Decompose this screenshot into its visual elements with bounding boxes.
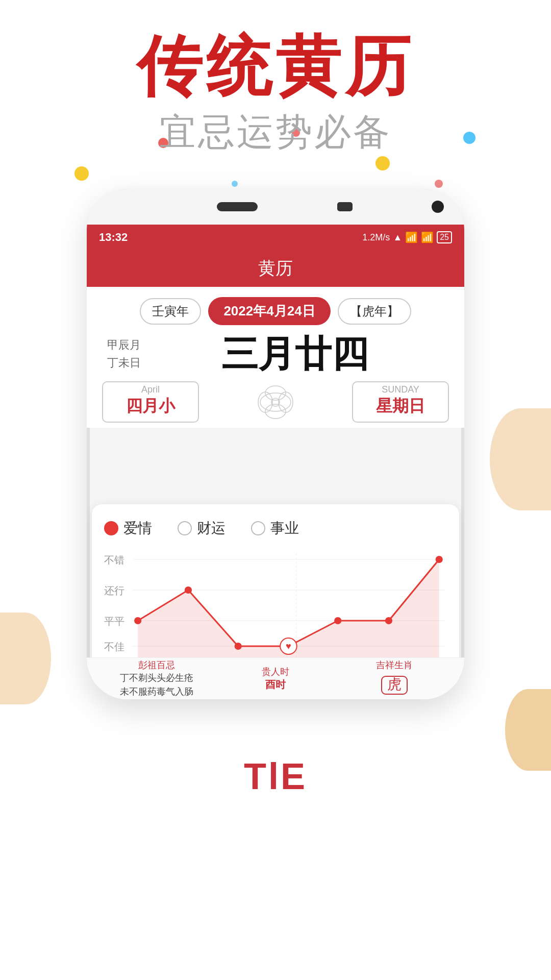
tab-dot-wealth xyxy=(178,521,192,535)
pengzu-text1: 丁不剃头头必生疮 xyxy=(97,671,216,685)
battery-indicator: 25 xyxy=(437,231,452,243)
tab-career[interactable]: 事业 xyxy=(251,519,299,538)
tab-wealth[interactable]: 财运 xyxy=(178,519,226,538)
app-header: 黄历 xyxy=(87,250,464,287)
deco-peach-left xyxy=(0,612,51,704)
tab-career-label: 事业 xyxy=(270,519,299,538)
svg-text:不错: 不错 xyxy=(104,554,124,566)
tab-love[interactable]: 爱情 xyxy=(104,519,152,538)
wifi-icon: 📶 xyxy=(421,231,434,243)
year-stem-tag: 壬寅年 xyxy=(140,298,201,325)
hero-title: 传统黄历 xyxy=(0,31,551,103)
hero-subtitle: 宜忌运势必备 xyxy=(0,108,551,157)
svg-point-3 xyxy=(375,156,390,170)
lunar-row: 甲辰月 丁未日 三月廿四 xyxy=(102,332,449,375)
lunar-month: 甲辰月 xyxy=(107,336,141,354)
phone-camera xyxy=(432,201,444,213)
svg-point-8 xyxy=(260,393,291,411)
fortune-tabs: 爱情 财运 事业 xyxy=(104,519,447,538)
col-guiren: 贵人时 酉时 xyxy=(216,666,335,692)
zodiac-tag: 【虎年】 xyxy=(338,298,411,325)
lunar-big: 三月廿四 xyxy=(141,335,449,372)
hero-section: 传统黄历 宜忌运势必备 xyxy=(0,31,551,157)
svg-text:虎: 虎 xyxy=(387,676,402,692)
phone-sensor xyxy=(337,202,353,211)
svg-point-27 xyxy=(185,586,192,594)
pengzu-text2: 未不服药毒气入肠 xyxy=(97,685,216,699)
bottom-section: TlE xyxy=(0,755,551,797)
lunar-day-stem: 丁未日 xyxy=(107,354,141,372)
month-box: April 四月小 xyxy=(102,381,199,423)
guiren-value: 酉时 xyxy=(216,678,335,692)
zodiac-label: 吉祥生肖 xyxy=(335,659,454,671)
date-row: 壬寅年 2022年4月24日 【虎年】 xyxy=(102,297,449,325)
calendar-area: 壬寅年 2022年4月24日 【虎年】 甲辰月 丁未日 三月廿四 April 四… xyxy=(87,287,464,428)
svg-point-5 xyxy=(435,180,443,188)
svg-text:♥: ♥ xyxy=(286,641,291,651)
col-pengzu: 彭祖百忌 丁不剃头头必生疮 未不服药毒气入肠 xyxy=(97,659,216,699)
svg-point-33 xyxy=(436,556,443,563)
svg-text:不佳: 不佳 xyxy=(104,641,124,652)
col-zodiac: 吉祥生肖 虎 xyxy=(335,659,454,699)
signal-bars: 📶 xyxy=(405,231,418,243)
weekday-box: SUNDAY 星期日 xyxy=(352,381,449,423)
svg-point-31 xyxy=(334,617,341,624)
pengzu-label: 彭祖百忌 xyxy=(97,659,216,671)
app-header-title: 黄历 xyxy=(258,257,293,280)
tab-dot-love xyxy=(104,521,118,535)
svg-text:平平: 平平 xyxy=(104,616,124,627)
bottom-app-label: TlE xyxy=(0,755,551,797)
guiren-label: 贵人时 xyxy=(216,666,335,678)
month-box-top: April xyxy=(110,384,191,395)
phone-speaker xyxy=(217,202,258,211)
lunar-sub: 甲辰月 丁未日 xyxy=(102,336,141,372)
network-speed: 1.2M/s xyxy=(362,232,390,243)
tab-dot-career xyxy=(251,521,265,535)
svg-point-28 xyxy=(235,643,242,650)
weekday-bottom: 星期日 xyxy=(360,395,441,418)
status-bar: 13:32 1.2M/s ▲ 📶 📶 25 xyxy=(87,225,464,250)
tab-love-label: 爱情 xyxy=(123,519,152,538)
signal-icon: ▲ xyxy=(393,232,402,243)
status-right: 1.2M/s ▲ 📶 📶 25 xyxy=(362,231,452,243)
svg-point-7 xyxy=(232,181,238,187)
phone-notch-bar xyxy=(87,189,464,225)
deco-peach-right xyxy=(490,408,551,510)
svg-text:还行: 还行 xyxy=(104,585,124,596)
main-date-tag: 2022年4月24日 xyxy=(208,297,330,325)
bottom-strip: 彭祖百忌 丁不剃头头必生疮 未不服药毒气入肠 贵人时 酉时 吉祥生肖 虎 xyxy=(87,657,464,699)
svg-point-26 xyxy=(134,617,141,624)
svg-point-32 xyxy=(385,617,392,624)
phone-outer: 13:32 1.2M/s ▲ 📶 📶 25 黄历 壬寅年 2022年4月24日 … xyxy=(87,189,464,699)
status-time: 13:32 xyxy=(99,231,128,244)
weekday-top: SUNDAY xyxy=(360,384,441,395)
phone-mockup: 13:32 1.2M/s ▲ 📶 📶 25 黄历 壬寅年 2022年4月24日 … xyxy=(87,189,464,699)
svg-point-0 xyxy=(74,166,89,181)
tab-wealth-label: 财运 xyxy=(197,519,226,538)
month-day-row: April 四月小 SUNDAY 星期日 xyxy=(102,381,449,423)
flower-decoration xyxy=(235,382,316,423)
month-box-bottom: 四月小 xyxy=(110,395,191,418)
